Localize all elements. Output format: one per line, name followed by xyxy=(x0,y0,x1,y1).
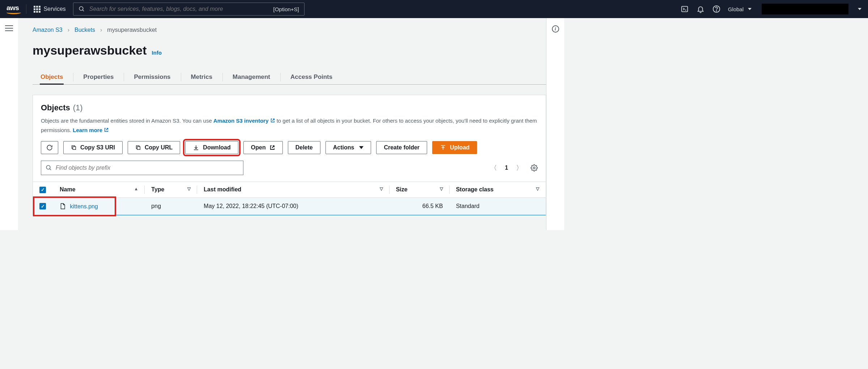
search-icon xyxy=(78,6,85,12)
col-type[interactable]: Type▽ xyxy=(145,182,197,198)
search-input[interactable] xyxy=(89,6,269,12)
account-menu[interactable] xyxy=(762,4,848,14)
button-label: Download xyxy=(203,144,230,151)
tab-metrics[interactable]: Metrics xyxy=(191,70,213,84)
search-icon xyxy=(46,165,52,171)
info-panel-toggle[interactable]: i xyxy=(552,25,559,33)
upload-button[interactable]: Upload xyxy=(432,141,477,154)
s3-inventory-link[interactable]: Amazon S3 inventory xyxy=(213,118,275,124)
actions-dropdown[interactable]: Actions xyxy=(326,141,371,154)
cell-storage-class: Standard xyxy=(450,198,546,215)
side-toggle-column xyxy=(0,18,18,230)
button-label: Delete xyxy=(295,144,313,151)
col-last-modified[interactable]: Last modified▽ xyxy=(197,182,389,198)
tab-properties[interactable]: Properties xyxy=(83,70,114,84)
breadcrumb-buckets[interactable]: Buckets xyxy=(75,27,95,33)
services-grid-icon xyxy=(34,6,41,13)
caret-down-icon xyxy=(748,8,752,10)
panel-heading: Objects (1) xyxy=(41,103,538,113)
help-icon[interactable] xyxy=(712,5,721,13)
external-link-icon xyxy=(269,145,275,150)
objects-table: ✓ Name▲ Type▽ Last modified▽ Size▽ Stora… xyxy=(33,182,546,215)
sort-icon: ▽ xyxy=(440,186,443,191)
nav-divider xyxy=(26,4,26,14)
download-button[interactable]: Download xyxy=(185,141,238,154)
objects-panel: Objects (1) Objects are the fundamental … xyxy=(33,95,546,216)
cell-type: png xyxy=(145,198,197,215)
open-button[interactable]: Open xyxy=(243,141,283,154)
search-shortcut: [Option+S] xyxy=(273,6,299,12)
tab-management[interactable]: Management xyxy=(233,70,270,84)
top-nav: aws Services [Option+S] Global xyxy=(0,0,868,18)
notifications-bell-icon[interactable] xyxy=(696,5,705,13)
sort-icon: ▽ xyxy=(380,186,383,191)
chevron-right-icon: › xyxy=(68,27,69,33)
tab-objects[interactable]: Objects xyxy=(41,70,63,84)
tab-permissions[interactable]: Permissions xyxy=(134,70,170,84)
svg-rect-6 xyxy=(73,147,76,149)
delete-button[interactable]: Delete xyxy=(288,141,320,154)
cell-size: 66.5 KB xyxy=(390,198,450,215)
filter-row: 〈 1 〉 xyxy=(41,161,538,175)
col-storage-class[interactable]: Storage class▽ xyxy=(450,182,546,198)
refresh-icon xyxy=(46,144,53,151)
external-link-icon xyxy=(270,118,275,123)
svg-point-5 xyxy=(716,10,716,11)
select-all-header[interactable]: ✓ xyxy=(33,182,53,198)
copy-s3-uri-button[interactable]: Copy S3 URI xyxy=(63,141,123,154)
actions-row: Copy S3 URI Copy URL Download Open xyxy=(41,141,538,154)
button-label: Create folder xyxy=(384,144,420,151)
page-next[interactable]: 〉 xyxy=(516,164,523,172)
download-icon xyxy=(193,144,199,151)
tab-access-points[interactable]: Access Points xyxy=(290,70,332,84)
copy-icon xyxy=(71,145,77,150)
svg-point-10 xyxy=(533,167,535,169)
panel-title: Objects xyxy=(41,103,70,113)
copy-url-button[interactable]: Copy URL xyxy=(128,141,180,154)
triangle-down-icon xyxy=(359,146,363,149)
region-label: Global xyxy=(728,6,744,12)
object-name-link[interactable]: kittens.png xyxy=(70,203,98,209)
services-label: Services xyxy=(43,6,65,12)
col-name[interactable]: Name▲ xyxy=(53,182,145,198)
sort-asc-icon: ▲ xyxy=(134,186,138,191)
panel-description: Objects are the fundamental entities sto… xyxy=(41,116,538,135)
sort-icon: ▽ xyxy=(187,186,191,191)
copy-icon xyxy=(135,145,141,150)
upload-icon xyxy=(440,144,446,151)
button-label: Open xyxy=(251,144,266,151)
button-label: Copy S3 URI xyxy=(80,144,115,151)
prefix-filter[interactable] xyxy=(41,161,243,175)
info-link[interactable]: Info xyxy=(152,50,162,56)
chevron-right-icon: › xyxy=(100,27,102,33)
checkbox-checked-icon: ✓ xyxy=(39,187,46,193)
breadcrumb-root[interactable]: Amazon S3 xyxy=(33,27,63,33)
create-folder-button[interactable]: Create folder xyxy=(376,141,427,154)
aws-logo[interactable]: aws xyxy=(7,4,19,14)
learn-more-link[interactable]: Learn more xyxy=(73,127,109,133)
svg-rect-7 xyxy=(137,147,140,149)
page-prev[interactable]: 〈 xyxy=(490,164,497,172)
table-settings-button[interactable] xyxy=(531,164,538,171)
global-search[interactable]: [Option+S] xyxy=(73,3,305,16)
pagination: 〈 1 〉 xyxy=(490,164,538,172)
prefix-input[interactable] xyxy=(56,165,239,171)
region-selector[interactable]: Global xyxy=(728,6,752,12)
col-size[interactable]: Size▽ xyxy=(390,182,450,198)
services-menu[interactable]: Services xyxy=(34,6,65,13)
breadcrumb-current: mysuperawsbucket xyxy=(107,27,157,33)
button-label: Upload xyxy=(450,144,469,151)
refresh-button[interactable] xyxy=(41,141,58,154)
cell-last-modified: May 12, 2022, 18:22:45 (UTC-07:00) xyxy=(197,198,389,215)
info-panel-toggle-column: i xyxy=(546,18,564,230)
hamburger-icon[interactable] xyxy=(5,25,13,31)
svg-line-9 xyxy=(50,169,51,170)
table-row[interactable]: ✓ kittens.png png May 12, 2022, 18:22:45… xyxy=(33,198,546,215)
main-content: Amazon S3 › Buckets › mysuperawsbucket m… xyxy=(18,18,546,230)
svg-point-8 xyxy=(46,165,50,169)
panel-count: (1) xyxy=(73,103,83,113)
panel-desc-text: Objects are the fundamental entities sto… xyxy=(41,118,213,124)
row-checkbox[interactable]: ✓ xyxy=(39,203,46,209)
cloudshell-icon[interactable] xyxy=(680,5,689,13)
svg-point-0 xyxy=(79,7,83,10)
